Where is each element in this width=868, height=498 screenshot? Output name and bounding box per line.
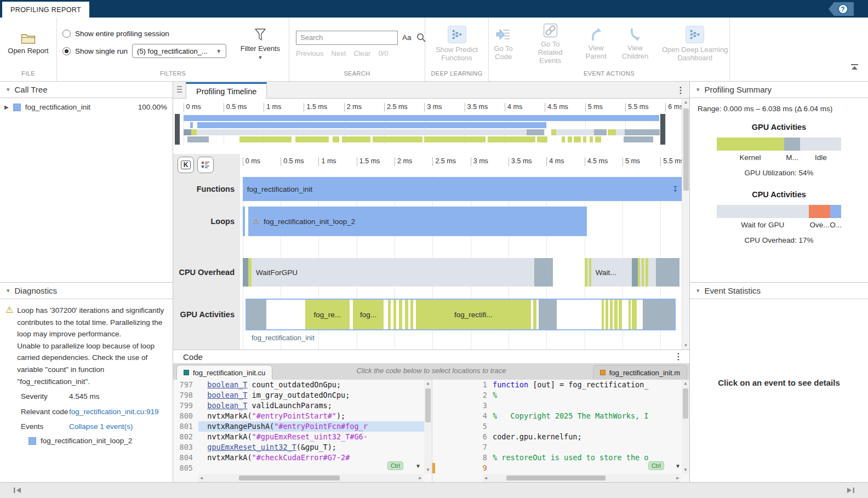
timeline-segment[interactable] [656,258,679,287]
timeline-segment[interactable] [643,300,675,329]
scrollbar-thumb[interactable] [239,476,340,480]
gpu-activities-container[interactable]: fog_re...fog...fog_rectifi... [245,299,675,330]
code-line-800[interactable]: 800 nvtxMarkA("#entryPointStart#"); [173,411,432,421]
code-line-802[interactable]: 802 nvtxMarkA("#gpuEmxReset_uint32_T#G6- [173,432,432,442]
timeline-segment[interactable] [295,136,329,142]
panel-menu-icon[interactable]: ⋮ [676,85,685,95]
timeline-segment[interactable] [388,300,391,329]
scroll-up-icon[interactable]: ▲ [684,380,687,387]
timeline-segment[interactable] [239,136,292,142]
code-line-797[interactable]: 797 boolean_T count_outdatedOnGpu; [173,380,432,390]
call-tree-row[interactable]: ▶ fog_rectification_init 100.00% [0,98,173,111]
timeline-event-fog_rectification_init_loop_2[interactable]: ⚠fog_rectification_init_loop_2 [248,207,586,236]
view-parent-button[interactable]: View Parent [583,27,609,60]
timeline-segment[interactable] [610,300,613,329]
scrollbar-thumb[interactable] [683,108,689,191]
timeline-segment[interactable] [191,129,196,135]
open-deep-learning-dashboard-button[interactable]: Open Deep Learning Dashboard [661,26,730,62]
search-previous-button[interactable]: Previous [296,49,324,58]
search-input[interactable] [296,31,398,45]
timeline-segment[interactable] [184,115,660,121]
timeline-segment[interactable] [342,136,370,142]
timeline-segment[interactable] [551,129,556,135]
scroll-down-icon[interactable]: ▼ [684,466,687,474]
tab-cu-file[interactable]: fog_rectification_init.cu [176,365,272,380]
timeline-segment[interactable] [373,136,422,142]
collapse-left-icon[interactable] [13,487,21,494]
scrollbar-thumb[interactable] [683,388,688,419]
timeline-segment[interactable] [606,300,608,329]
collapse-chevron-icon[interactable]: ▾ [7,86,10,93]
timeline-segment[interactable] [608,129,616,135]
drag-grip-icon[interactable] [177,86,182,94]
collapse-chevron-icon[interactable]: ▾ [696,287,700,294]
timeline-segment[interactable] [556,129,595,135]
timeline-plot[interactable]: fog_rectification_init↧ ⚠fog_rectificati… [240,176,682,350]
overview-right-handle[interactable] [660,114,665,145]
code-line-7[interactable]: 7 [432,442,689,453]
timeline-segment[interactable] [393,300,396,329]
overview-strip[interactable] [173,114,682,145]
collapse-chevron-icon[interactable]: ▾ [696,86,700,93]
collapse-events-link[interactable]: Collapse 1 event(s) [69,421,133,433]
timeline-segment[interactable] [405,300,408,329]
code-line-2[interactable]: 2% [432,390,689,400]
code-line-799[interactable]: 799 boolean_T validLaunchParams; [173,400,432,411]
timeline-segment[interactable] [187,136,209,142]
timeline-segment[interactable] [583,136,586,142]
scroll-down-icon[interactable]: ▼ [427,466,430,474]
scroll-left-icon[interactable]: ◀ [483,476,489,480]
tab-m-file[interactable]: fog_rectification_init.m [593,365,687,380]
timeline-segment[interactable] [574,136,581,142]
code-line-6[interactable]: 6coder.gpu.kernelfun; [432,432,689,442]
run-select-dropdown[interactable]: (5) fog_rectification_... ▼ [132,44,226,58]
timeline-segment[interactable] [629,300,631,329]
go-to-code-button[interactable]: Go To Code [489,27,518,61]
timeline-segment[interactable] [624,136,653,142]
timeline-segment[interactable] [595,136,601,142]
timeline-segment[interactable] [562,136,565,142]
relevant-code-link[interactable]: fog_rectification_init.cu:919 [69,406,159,418]
scrollbar-thumb[interactable] [506,476,606,480]
timeline-segment[interactable] [197,122,547,128]
chevron-down-icon[interactable]: ▼ [416,463,420,469]
radio-single-run[interactable]: Show single run (5) fog_rectification_..… [62,44,226,58]
kernel-view-button[interactable]: K [178,157,194,173]
editor-vertical-scrollbar[interactable]: ▲ ▼ [682,380,689,474]
timeline-event-fog_rectification_init[interactable]: fog_rectification_init↧ [243,177,682,201]
timeline-segment[interactable] [410,300,413,329]
match-case-toggle[interactable]: Aa [402,33,412,42]
scroll-right-icon[interactable]: ▶ [417,476,423,480]
search-icon[interactable] [416,32,426,43]
timeline-event-fog_rectifi-[interactable]: fog_rectifi... [416,300,532,329]
overview-left-handle[interactable] [175,114,180,145]
collapse-chevron-icon[interactable]: ▾ [7,287,10,294]
timeline-segment[interactable] [243,258,248,287]
scroll-up-icon[interactable]: ▲ [427,380,430,387]
scrollbar-thumb[interactable] [425,388,431,422]
code-line-3[interactable]: 3 [432,400,689,411]
panel-menu-icon[interactable]: ⋮ [674,351,683,362]
timeline-segment[interactable] [533,300,536,329]
show-predict-functions-button[interactable]: Show Predict Functions [430,26,484,62]
timeline-segment[interactable] [537,136,547,142]
timeline-event-Wait-[interactable]: Wait... [591,258,632,287]
m-code-editor[interactable]: 1function [out] = fog_rectification_2%34… [432,380,689,482]
timeline-segment[interactable] [625,129,660,135]
code-line-1[interactable]: 1function [out] = fog_rectification_ [432,380,689,390]
editor-horizontal-scrollbar[interactable]: ◀ ▶ [483,474,681,482]
chevron-down-icon[interactable]: ▼ [676,463,679,469]
timeline-segment[interactable] [602,300,604,329]
timeline-segment[interactable] [616,129,625,135]
open-report-button[interactable]: Open Report [8,33,48,55]
minimize-ribbon-icon[interactable] [851,62,858,72]
timeline-segment[interactable] [594,129,606,135]
timeline-segment[interactable] [590,136,593,142]
timeline-vertical-scrollbar[interactable]: ▲ ▼ [682,99,689,350]
legend-button[interactable] [197,157,214,173]
timeline-segment[interactable] [568,136,572,142]
timeline-segment[interactable] [648,258,656,287]
timeline-segment[interactable] [243,207,245,236]
timeline-segment[interactable] [190,122,193,128]
search-clear-button[interactable]: Clear [353,49,370,58]
